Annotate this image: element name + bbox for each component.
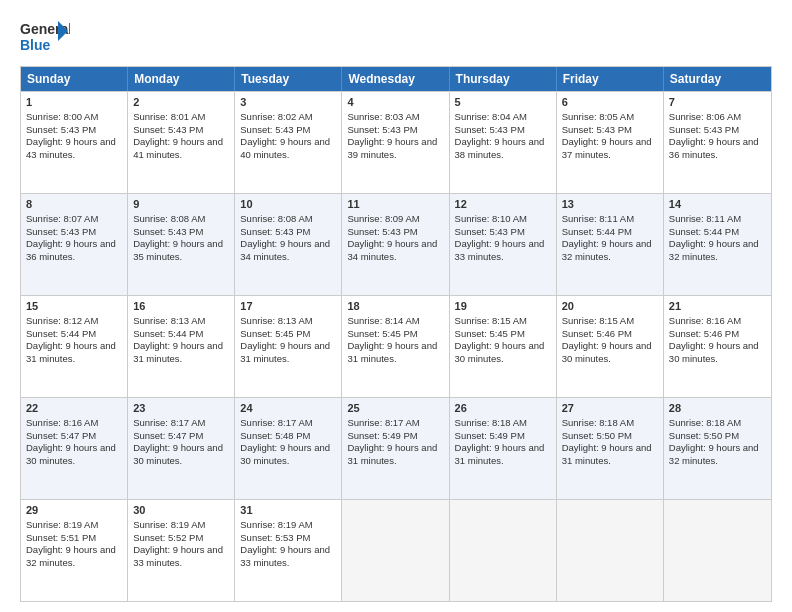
day-cell-25: 25Sunrise: 8:17 AMSunset: 5:49 PMDayligh…: [342, 398, 449, 499]
day-number: 23: [133, 401, 229, 416]
day-number: 22: [26, 401, 122, 416]
daylight-text: Daylight: 9 hours and 34 minutes.: [347, 238, 437, 262]
calendar-row: 1Sunrise: 8:00 AMSunset: 5:43 PMDaylight…: [21, 91, 771, 193]
logo-svg: GeneralBlue: [20, 16, 70, 56]
daylight-text: Daylight: 9 hours and 36 minutes.: [26, 238, 116, 262]
sunrise-text: Sunrise: 8:08 AM: [240, 213, 312, 224]
calendar-header: SundayMondayTuesdayWednesdayThursdayFrid…: [21, 67, 771, 91]
sunrise-text: Sunrise: 8:07 AM: [26, 213, 98, 224]
day-number: 17: [240, 299, 336, 314]
header: GeneralBlue: [20, 16, 772, 56]
day-number: 30: [133, 503, 229, 518]
day-cell-21: 21Sunrise: 8:16 AMSunset: 5:46 PMDayligh…: [664, 296, 771, 397]
sunset-text: Sunset: 5:48 PM: [240, 430, 310, 441]
sunrise-text: Sunrise: 8:06 AM: [669, 111, 741, 122]
daylight-text: Daylight: 9 hours and 33 minutes.: [455, 238, 545, 262]
day-number: 24: [240, 401, 336, 416]
day-cell-18: 18Sunrise: 8:14 AMSunset: 5:45 PMDayligh…: [342, 296, 449, 397]
day-number: 16: [133, 299, 229, 314]
sunset-text: Sunset: 5:50 PM: [669, 430, 739, 441]
daylight-text: Daylight: 9 hours and 30 minutes.: [669, 340, 759, 364]
sunset-text: Sunset: 5:43 PM: [240, 124, 310, 135]
day-cell-15: 15Sunrise: 8:12 AMSunset: 5:44 PMDayligh…: [21, 296, 128, 397]
day-cell-19: 19Sunrise: 8:15 AMSunset: 5:45 PMDayligh…: [450, 296, 557, 397]
daylight-text: Daylight: 9 hours and 31 minutes.: [133, 340, 223, 364]
day-number: 13: [562, 197, 658, 212]
daylight-text: Daylight: 9 hours and 31 minutes.: [240, 340, 330, 364]
day-cell-4: 4Sunrise: 8:03 AMSunset: 5:43 PMDaylight…: [342, 92, 449, 193]
day-cell-20: 20Sunrise: 8:15 AMSunset: 5:46 PMDayligh…: [557, 296, 664, 397]
daylight-text: Daylight: 9 hours and 31 minutes.: [347, 442, 437, 466]
day-cell-7: 7Sunrise: 8:06 AMSunset: 5:43 PMDaylight…: [664, 92, 771, 193]
sunrise-text: Sunrise: 8:17 AM: [133, 417, 205, 428]
day-number: 10: [240, 197, 336, 212]
sunrise-text: Sunrise: 8:01 AM: [133, 111, 205, 122]
sunrise-text: Sunrise: 8:19 AM: [26, 519, 98, 530]
day-cell-14: 14Sunrise: 8:11 AMSunset: 5:44 PMDayligh…: [664, 194, 771, 295]
day-number: 21: [669, 299, 766, 314]
sunset-text: Sunset: 5:43 PM: [26, 124, 96, 135]
daylight-text: Daylight: 9 hours and 30 minutes.: [240, 442, 330, 466]
header-cell-wednesday: Wednesday: [342, 67, 449, 91]
sunset-text: Sunset: 5:43 PM: [347, 124, 417, 135]
sunrise-text: Sunrise: 8:10 AM: [455, 213, 527, 224]
sunset-text: Sunset: 5:45 PM: [455, 328, 525, 339]
day-number: 2: [133, 95, 229, 110]
day-number: 19: [455, 299, 551, 314]
sunrise-text: Sunrise: 8:15 AM: [562, 315, 634, 326]
sunset-text: Sunset: 5:43 PM: [240, 226, 310, 237]
daylight-text: Daylight: 9 hours and 31 minutes.: [26, 340, 116, 364]
sunset-text: Sunset: 5:47 PM: [133, 430, 203, 441]
sunset-text: Sunset: 5:49 PM: [347, 430, 417, 441]
day-number: 5: [455, 95, 551, 110]
day-cell-12: 12Sunrise: 8:10 AMSunset: 5:43 PMDayligh…: [450, 194, 557, 295]
day-cell-1: 1Sunrise: 8:00 AMSunset: 5:43 PMDaylight…: [21, 92, 128, 193]
header-cell-saturday: Saturday: [664, 67, 771, 91]
daylight-text: Daylight: 9 hours and 39 minutes.: [347, 136, 437, 160]
header-cell-monday: Monday: [128, 67, 235, 91]
day-cell-27: 27Sunrise: 8:18 AMSunset: 5:50 PMDayligh…: [557, 398, 664, 499]
empty-cell: [557, 500, 664, 601]
daylight-text: Daylight: 9 hours and 43 minutes.: [26, 136, 116, 160]
header-cell-thursday: Thursday: [450, 67, 557, 91]
sunset-text: Sunset: 5:46 PM: [669, 328, 739, 339]
day-cell-28: 28Sunrise: 8:18 AMSunset: 5:50 PMDayligh…: [664, 398, 771, 499]
sunset-text: Sunset: 5:43 PM: [347, 226, 417, 237]
sunset-text: Sunset: 5:45 PM: [347, 328, 417, 339]
daylight-text: Daylight: 9 hours and 30 minutes.: [133, 442, 223, 466]
sunrise-text: Sunrise: 8:12 AM: [26, 315, 98, 326]
sunset-text: Sunset: 5:47 PM: [26, 430, 96, 441]
sunrise-text: Sunrise: 8:13 AM: [240, 315, 312, 326]
sunset-text: Sunset: 5:44 PM: [133, 328, 203, 339]
day-number: 12: [455, 197, 551, 212]
daylight-text: Daylight: 9 hours and 41 minutes.: [133, 136, 223, 160]
day-number: 6: [562, 95, 658, 110]
sunrise-text: Sunrise: 8:14 AM: [347, 315, 419, 326]
sunrise-text: Sunrise: 8:15 AM: [455, 315, 527, 326]
day-number: 29: [26, 503, 122, 518]
sunrise-text: Sunrise: 8:03 AM: [347, 111, 419, 122]
day-cell-6: 6Sunrise: 8:05 AMSunset: 5:43 PMDaylight…: [557, 92, 664, 193]
daylight-text: Daylight: 9 hours and 36 minutes.: [669, 136, 759, 160]
sunset-text: Sunset: 5:49 PM: [455, 430, 525, 441]
sunset-text: Sunset: 5:43 PM: [133, 124, 203, 135]
sunset-text: Sunset: 5:53 PM: [240, 532, 310, 543]
daylight-text: Daylight: 9 hours and 31 minutes.: [455, 442, 545, 466]
calendar-row: 8Sunrise: 8:07 AMSunset: 5:43 PMDaylight…: [21, 193, 771, 295]
page: GeneralBlue SundayMondayTuesdayWednesday…: [0, 0, 792, 612]
sunrise-text: Sunrise: 8:18 AM: [562, 417, 634, 428]
sunset-text: Sunset: 5:45 PM: [240, 328, 310, 339]
daylight-text: Daylight: 9 hours and 32 minutes.: [669, 238, 759, 262]
day-number: 11: [347, 197, 443, 212]
calendar-row: 29Sunrise: 8:19 AMSunset: 5:51 PMDayligh…: [21, 499, 771, 601]
sunrise-text: Sunrise: 8:19 AM: [133, 519, 205, 530]
day-number: 7: [669, 95, 766, 110]
day-cell-9: 9Sunrise: 8:08 AMSunset: 5:43 PMDaylight…: [128, 194, 235, 295]
sunset-text: Sunset: 5:50 PM: [562, 430, 632, 441]
day-number: 31: [240, 503, 336, 518]
sunrise-text: Sunrise: 8:05 AM: [562, 111, 634, 122]
day-cell-8: 8Sunrise: 8:07 AMSunset: 5:43 PMDaylight…: [21, 194, 128, 295]
day-number: 4: [347, 95, 443, 110]
sunrise-text: Sunrise: 8:09 AM: [347, 213, 419, 224]
day-cell-31: 31Sunrise: 8:19 AMSunset: 5:53 PMDayligh…: [235, 500, 342, 601]
